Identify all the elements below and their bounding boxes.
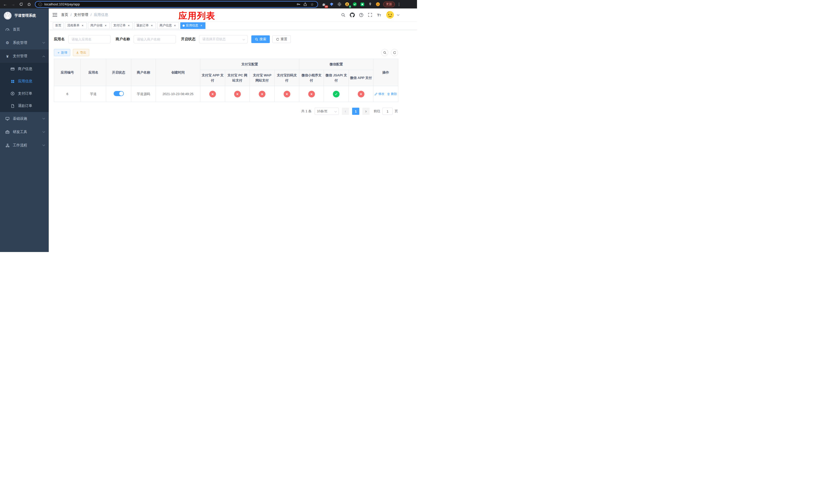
avatar-caret-icon[interactable] bbox=[397, 13, 399, 16]
gear-icon: ⚙ bbox=[5, 41, 10, 45]
col-header-wx-app: 微信 APP 支付 bbox=[349, 70, 373, 86]
app-name-input[interactable] bbox=[68, 35, 111, 43]
plus-icon: ＋ bbox=[57, 50, 60, 55]
share-icon[interactable] bbox=[303, 2, 307, 7]
sidebar-item-refund-order[interactable]: 退款订单 bbox=[0, 100, 49, 112]
sidebar-item-home[interactable]: 首页 bbox=[0, 23, 49, 36]
sidebar-item-pay-order[interactable]: 支付订单 bbox=[0, 87, 49, 100]
refresh-icon bbox=[393, 51, 396, 54]
search-icon bbox=[255, 38, 258, 41]
add-button[interactable]: ＋ 新增 bbox=[54, 49, 70, 56]
toggle-search-button[interactable] bbox=[381, 49, 388, 56]
extension-badge: 1 bbox=[349, 5, 351, 8]
fullscreen-icon[interactable] bbox=[367, 12, 373, 18]
next-page-button[interactable]: › bbox=[363, 108, 370, 115]
table-row: 6 芋道 芋道源码 2021-10-23 08:49:25 × × × × × … bbox=[54, 86, 398, 102]
col-header-create-time: 创建时间 bbox=[156, 59, 200, 86]
extension-globe-icon[interactable] bbox=[336, 2, 342, 7]
sidebar-item-infra[interactable]: 基础设施 bbox=[0, 112, 49, 125]
refresh-table-button[interactable] bbox=[391, 49, 398, 56]
tab-pay-order[interactable]: 支付订单× bbox=[111, 22, 133, 29]
page-number-button[interactable]: 1 bbox=[352, 108, 359, 115]
browser-menu-icon[interactable]: ⋮ bbox=[396, 1, 402, 7]
reset-button[interactable]: 重置 bbox=[272, 36, 291, 43]
tab-user-group[interactable]: 用户分组× bbox=[88, 22, 110, 29]
page-size-select[interactable]: 10条/页 bbox=[315, 108, 339, 115]
tags-view: 首页 流程表单× 用户分组× 支付订单× 退款订单× 商户信息× 应用信息× bbox=[49, 21, 417, 30]
alipay-pc-status-icon: × bbox=[234, 91, 241, 97]
browser-update-button[interactable]: 更新 bbox=[383, 2, 395, 7]
font-size-icon[interactable]: TT bbox=[376, 12, 382, 18]
extensions-area: 10 1 bbox=[321, 2, 380, 7]
export-button[interactable]: 导出 bbox=[73, 49, 89, 56]
alipay-qr-status-icon: × bbox=[284, 91, 290, 97]
tab-close-icon[interactable]: × bbox=[104, 24, 107, 27]
browser-reload-button[interactable] bbox=[18, 1, 25, 8]
tab-close-icon[interactable]: × bbox=[150, 24, 154, 27]
col-header-alipay-qr: 支付宝扫码支付 bbox=[275, 70, 299, 86]
document-icon bbox=[10, 104, 15, 108]
breadcrumb-section[interactable]: 支付管理 bbox=[74, 13, 88, 17]
browser-forward-button[interactable]: → bbox=[9, 1, 17, 8]
browser-toolbar: ← → i localhost:1024/pay/app ☆ 10 1 bbox=[0, 0, 417, 8]
yen-icon: ¥ bbox=[5, 54, 10, 59]
extension-pin-icon[interactable] bbox=[367, 2, 373, 7]
delete-button[interactable]: 删除 bbox=[387, 92, 397, 96]
tab-close-icon[interactable]: × bbox=[173, 24, 177, 27]
extension-avatar-icon[interactable]: 1 bbox=[344, 2, 350, 7]
tab-close-icon[interactable]: × bbox=[81, 24, 84, 27]
user-avatar[interactable] bbox=[386, 11, 394, 19]
hamburger-icon bbox=[52, 13, 57, 17]
url-text: localhost:1024/pay/app bbox=[44, 2, 294, 6]
sidebar-item-dev-tools[interactable]: 研发工具 bbox=[0, 125, 49, 139]
cell-create-time: 2021-10-23 08:49:25 bbox=[156, 86, 200, 102]
search-icon[interactable] bbox=[340, 12, 347, 18]
search-button[interactable]: 搜索 bbox=[251, 36, 270, 43]
sidebar-item-app-info[interactable]: 应用信息 bbox=[0, 75, 49, 87]
col-header-actions: 操作 bbox=[373, 59, 398, 86]
status-toggle[interactable] bbox=[114, 91, 124, 96]
trash-icon bbox=[387, 93, 390, 96]
tab-merchant-info[interactable]: 商户信息× bbox=[157, 22, 179, 29]
sidebar-logo[interactable]: 芋道管理系统 bbox=[0, 8, 49, 23]
address-bar[interactable]: i localhost:1024/pay/app ☆ bbox=[35, 1, 318, 8]
cell-app-name: 芋道 bbox=[81, 86, 106, 102]
tab-close-icon[interactable]: × bbox=[127, 24, 131, 27]
prev-page-button[interactable]: ‹ bbox=[342, 108, 349, 115]
sidebar-toggle-button[interactable] bbox=[49, 8, 61, 21]
col-group-alipay: 支付宝配置 bbox=[200, 59, 299, 70]
sidebar-item-workflow[interactable]: 工作流程 bbox=[0, 139, 49, 152]
breadcrumb-home[interactable]: 首页 bbox=[61, 13, 68, 17]
tab-process-form[interactable]: 流程表单× bbox=[65, 22, 87, 29]
edit-button[interactable]: 修改 bbox=[374, 92, 385, 96]
extensions-puzzle-icon[interactable]: 10 bbox=[321, 2, 327, 7]
app-title: 芋道管理系统 bbox=[14, 13, 36, 18]
extension-green-circle-icon[interactable] bbox=[352, 2, 357, 7]
tab-app-info[interactable]: 应用信息× bbox=[180, 22, 205, 29]
github-icon[interactable] bbox=[349, 12, 355, 18]
refresh-icon bbox=[276, 38, 279, 41]
status-label: 开启状态 bbox=[181, 37, 195, 42]
goto-page-input[interactable] bbox=[382, 108, 393, 115]
sidebar-item-merchant-info[interactable]: 商户信息 bbox=[0, 63, 49, 75]
col-header-alipay-wap: 支付宝 WAP 网站支付 bbox=[250, 70, 275, 86]
sidebar-item-system[interactable]: ⚙ 系统管理 bbox=[0, 36, 49, 49]
extension-face-icon[interactable] bbox=[375, 2, 380, 7]
filter-bar: 应用名 商户名称 开启状态 请选择开启状态 bbox=[54, 35, 398, 43]
status-select[interactable]: 请选择开启状态 bbox=[199, 35, 248, 43]
tab-close-icon[interactable]: × bbox=[199, 24, 203, 27]
site-info-icon[interactable]: i bbox=[39, 3, 42, 6]
merchant-name-input[interactable] bbox=[134, 35, 176, 43]
wx-lite-status-icon: × bbox=[308, 91, 315, 97]
extension-green-square-icon[interactable] bbox=[359, 2, 365, 7]
tab-home[interactable]: 首页 bbox=[53, 22, 64, 29]
help-icon[interactable] bbox=[358, 12, 365, 18]
tab-refund-order[interactable]: 退款订单× bbox=[134, 22, 156, 29]
sidebar-item-payment[interactable]: ¥ 支付管理 bbox=[0, 49, 49, 63]
browser-back-button[interactable]: ← bbox=[2, 1, 9, 8]
browser-home-button[interactable] bbox=[25, 1, 32, 8]
workflow-icon bbox=[5, 143, 10, 147]
bookmark-star-icon[interactable]: ☆ bbox=[310, 2, 314, 7]
extension-gem-icon[interactable] bbox=[329, 2, 334, 7]
password-key-icon[interactable] bbox=[296, 2, 301, 7]
